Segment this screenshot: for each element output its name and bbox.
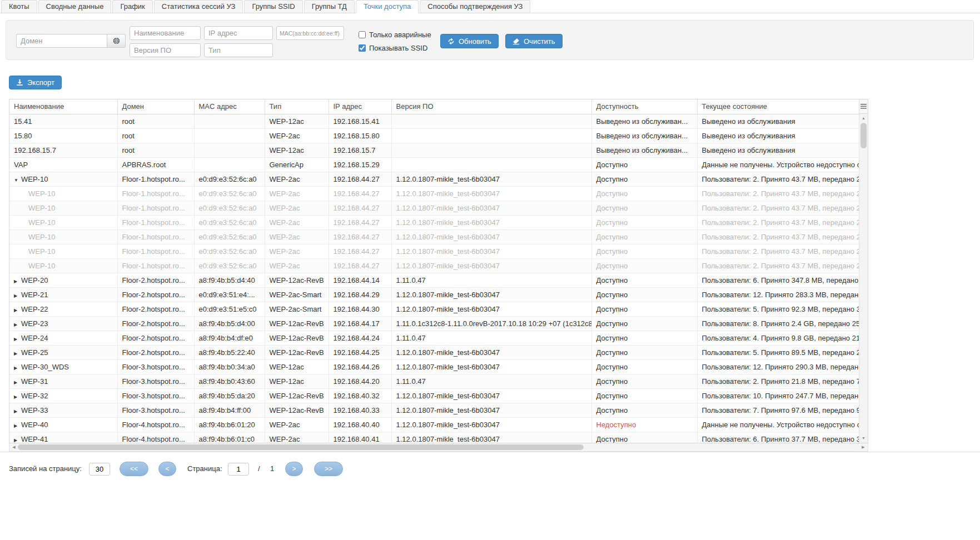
cell-type: WEP-2ac [265,128,329,143]
expand-row-icon[interactable]: ▶ [14,337,21,342]
cell-ip: 192.168.44.27 [329,215,391,229]
cell-ip: 192.168.44.27 [329,186,391,201]
cell-name: ▶WEP-41 [9,432,117,443]
tab-ap-groups[interactable]: Группы ТД [304,0,355,13]
expand-row-icon[interactable]: ▶ [14,279,21,284]
column-header-state[interactable]: Текущее состояние [697,99,860,114]
table-row[interactable]: ▶WEP-22Floor-2.hotspot.ro...e0:d9:e3:51:… [9,302,860,316]
cell-availability: Доступно [591,316,697,331]
table-row[interactable]: ▶WEP-23Floor-2.hotspot.ro...a8:f9:4b:b5:… [9,316,860,331]
collapse-row-icon[interactable]: ▼ [14,178,21,183]
table-row[interactable]: 192.168.15.7rootWEP-12ac192.168.15.7Выве… [9,143,860,157]
scroll-down-icon[interactable]: ▼ [859,434,868,442]
column-header-availability[interactable]: Доступность [591,99,697,114]
table-row[interactable]: WEP-10Floor-1.hotspot.ro...e0:d9:e3:52:6… [9,186,860,201]
refresh-button[interactable]: Обновить [440,34,499,48]
vertical-scrollbar[interactable]: ▲ ▼ [859,114,868,443]
cell-state: Пользователи: 5. Принято 92.3 MB, переда… [697,302,860,316]
tab-auth-methods[interactable]: Способы подтверждения УЗ [420,0,530,13]
table-row[interactable]: VAPAPBRAS.rootGenericAp192.168.15.29Дост… [9,157,860,172]
table-row[interactable]: ▼WEP-10Floor-1.hotspot.ro...e0:d9:e3:52:… [9,172,860,186]
cell-mac [194,143,265,157]
expand-row-icon[interactable]: ▶ [14,293,21,298]
first-page-button[interactable]: << [120,462,148,476]
expand-row-icon[interactable]: ▶ [14,394,21,399]
table-row[interactable]: 15.80rootWEP-2ac192.168.15.80Выведено из… [9,128,860,143]
column-header-name[interactable]: Наименование [9,99,117,114]
horizontal-scrollbar[interactable]: ◀ ▶ [9,443,868,452]
cell-state: Пользователи: 2. Принято 43.7 MB, переда… [697,244,860,258]
cell-type: WEP-12ac-RevB [265,388,329,403]
show-ssid-checkbox[interactable] [359,44,366,52]
column-header-ip[interactable]: IP адрес [329,99,391,114]
table-row[interactable]: ▶WEP-32Floor-3.hotspot.ro...a8:f9:4b:b5:… [9,388,860,403]
clear-button[interactable]: Очистить [505,34,563,48]
cell-availability: Доступно [591,388,697,403]
table-row[interactable]: WEP-10Floor-1.hotspot.ro...e0:d9:e3:52:6… [9,229,860,244]
only-emergency-checkbox[interactable] [359,31,366,38]
cell-availability: Доступно [591,287,697,302]
expand-row-icon[interactable]: ▶ [14,409,21,414]
scroll-up-icon[interactable]: ▲ [859,114,868,122]
domain-picker-button[interactable] [107,34,126,48]
last-page-button[interactable]: >> [314,462,343,476]
table-row[interactable]: WEP-10Floor-1.hotspot.ro...e0:d9:e3:52:6… [9,215,860,229]
scroll-left-icon[interactable]: ◀ [10,443,18,451]
ip-filter-input[interactable] [204,26,273,40]
column-header-domain[interactable]: Домен [117,99,194,114]
table-row[interactable]: WEP-10Floor-1.hotspot.ro...e0:d9:e3:52:6… [9,201,860,215]
cell-ip: 192.168.44.25 [329,345,391,359]
cell-domain: Floor-2.hotspot.ro... [117,287,194,302]
cell-state: Пользователи: 6. Принято 347.8 MB, перед… [697,273,860,287]
expand-row-icon[interactable]: ▶ [14,366,21,371]
expand-row-icon[interactable]: ▶ [14,380,21,385]
expand-row-icon[interactable]: ▶ [14,322,21,327]
table-row[interactable]: ▶WEP-40Floor-4.hotspot.ro...a8:f9:4b:b6:… [9,417,860,432]
expand-row-icon[interactable]: ▶ [14,308,21,313]
firmware-filter-input[interactable] [130,43,201,57]
columns-menu-button[interactable] [859,99,868,114]
cell-mac: a8:f9:4b:b6:01:20 [194,417,265,432]
expand-row-icon[interactable]: ▶ [14,438,21,443]
type-filter-input[interactable] [204,43,273,57]
cell-name: WEP-10 [9,201,117,215]
table-row[interactable]: ▶WEP-21Floor-2.hotspot.ro...e0:d9:e3:51:… [9,287,860,302]
table-row[interactable]: 15.41rootWEP-12ac192.168.15.41Выведено и… [9,114,860,128]
table-row[interactable]: ▶WEP-41Floor-4.hotspot.ro...a8:f9:4b:b6:… [9,432,860,443]
table-row[interactable]: ▶WEP-30_WDSFloor-3.hotspot.ro...a8:f9:4b… [9,359,860,374]
tab-chart[interactable]: График [112,0,152,13]
expand-row-icon[interactable]: ▶ [14,423,21,428]
table-row[interactable]: ▶WEP-33Floor-3.hotspot.ro...a8:f9:4b:b4:… [9,403,860,417]
page-input[interactable] [228,463,249,476]
table-row[interactable]: ▶WEP-25Floor-2.hotspot.ro...a8:f9:4b:b5:… [9,345,860,359]
expand-row-icon[interactable]: ▶ [14,351,21,356]
horizontal-scrollbar-thumb[interactable] [18,444,584,450]
tab-session-stats[interactable]: Статистика сессий УЗ [154,0,243,13]
column-header-mac[interactable]: MAC адрес [194,99,265,114]
name-filter-input[interactable] [130,26,201,40]
column-header-firmware[interactable]: Версия ПО [391,99,591,114]
table-row[interactable]: WEP-10Floor-1.hotspot.ro...e0:d9:e3:52:6… [9,244,860,258]
tab-summary-data[interactable]: Сводные данные [38,0,112,13]
show-ssid-option[interactable]: Показывать SSID [359,44,427,52]
table-row[interactable]: ▶WEP-20Floor-2.hotspot.ro...a8:f9:4b:b5:… [9,273,860,287]
export-button[interactable]: Экспорт [9,76,62,89]
domain-filter-input[interactable] [16,34,107,48]
show-ssid-label: Показывать SSID [369,44,427,52]
vertical-scrollbar-thumb[interactable] [860,123,867,148]
prev-page-button[interactable]: < [158,462,176,476]
column-header-type[interactable]: Тип [265,99,329,114]
table-row[interactable]: ▶WEP-31Floor-3.hotspot.ro...a8:f9:4b:b0:… [9,374,860,388]
next-page-button[interactable]: > [285,462,303,476]
scroll-right-icon[interactable]: ▶ [859,443,867,451]
tab-ssid-groups[interactable]: Группы SSID [244,0,302,13]
table-row[interactable]: ▶WEP-24Floor-2.hotspot.ro...a8:f9:4b:b4:… [9,331,860,345]
mac-filter-input[interactable] [276,26,344,40]
tab-access-points[interactable]: Точки доступа [356,0,419,13]
tab-quotas[interactable]: Квоты [1,0,37,13]
table-row[interactable]: WEP-10Floor-1.hotspot.ro...e0:d9:e3:52:6… [9,258,860,273]
cell-state: Пользователи: 2. Принято 43.7 MB, переда… [697,229,860,244]
per-page-input[interactable] [89,463,110,476]
cell-mac [194,114,265,128]
only-emergency-option[interactable]: Только аварийные [359,31,431,39]
